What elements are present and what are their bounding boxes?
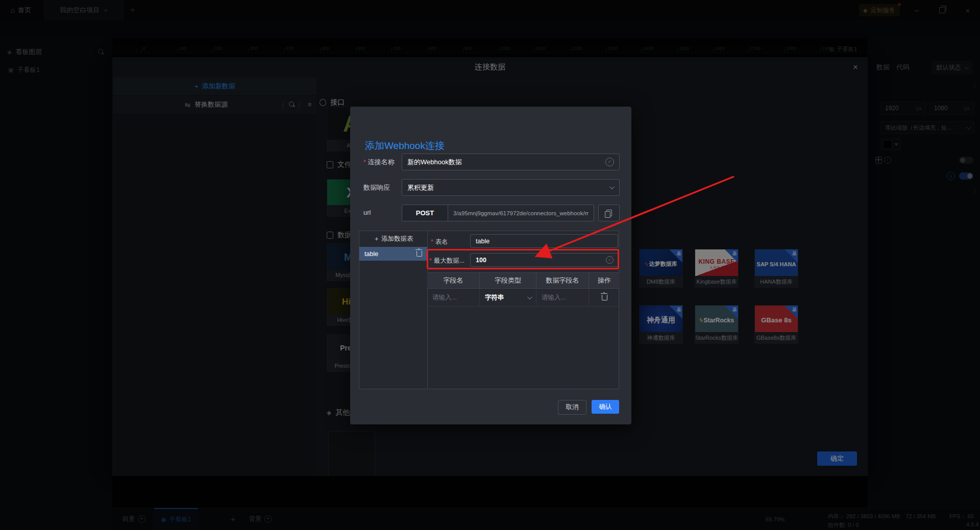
connection-name-input[interactable]: 新的Webhook数据 ✓ bbox=[402, 154, 620, 170]
field-type-value: 字符串 bbox=[485, 293, 504, 302]
table-item-label: table bbox=[364, 250, 378, 258]
field-type-select[interactable]: 字符串 bbox=[480, 289, 536, 306]
col-actions: 操作 bbox=[589, 273, 620, 288]
http-method-box: POST bbox=[402, 205, 448, 221]
data-field-input[interactable]: 请输入... bbox=[536, 289, 589, 306]
data-response-value: 累积更新 bbox=[407, 183, 434, 192]
copy-url-button[interactable] bbox=[598, 205, 620, 221]
annotation-highlight-box bbox=[427, 249, 619, 269]
url-label: url bbox=[363, 209, 371, 216]
table-name-value: table bbox=[476, 238, 489, 245]
field-table-row: 请输入... 字符串 请输入... bbox=[427, 289, 620, 307]
name-label: 连接名称 bbox=[363, 158, 395, 167]
add-table-label: 添加数据表 bbox=[381, 235, 413, 243]
field-table-header: 字段名 字段类型 数据字段名 操作 bbox=[427, 272, 620, 289]
table-list-item-selected[interactable]: table bbox=[359, 247, 427, 261]
plus-icon: ＋ bbox=[374, 235, 380, 243]
valid-check-icon: ✓ bbox=[605, 158, 614, 166]
chevron-down-icon bbox=[527, 294, 532, 299]
connection-name-value: 新的Webhook数据 bbox=[407, 158, 462, 167]
delete-row-icon[interactable] bbox=[602, 295, 607, 300]
webhook-url-box[interactable]: 3/a95mnj9ggmav/617972de/connectors_webho… bbox=[448, 205, 594, 221]
copy-icon bbox=[606, 210, 612, 216]
dialog-title: 添加Webhook连接 bbox=[365, 139, 445, 153]
col-field-type: 字段类型 bbox=[480, 273, 536, 288]
chevron-down-icon bbox=[609, 184, 615, 189]
response-label: 数据响应 bbox=[363, 183, 390, 192]
col-field-name: 字段名 bbox=[427, 273, 480, 288]
delete-table-icon[interactable] bbox=[416, 251, 422, 257]
table-name-label: 表名 bbox=[431, 238, 448, 246]
add-table-button[interactable]: ＋添加数据表 bbox=[359, 231, 427, 247]
row-actions bbox=[589, 289, 620, 306]
dialog-confirm-button[interactable]: 确认 bbox=[592, 400, 619, 414]
dialog-cancel-button[interactable]: 取消 bbox=[558, 400, 586, 415]
col-data-field-name: 数据字段名 bbox=[536, 273, 589, 288]
webhook-url-value: 3/a95mnj9ggmav/617972de/connectors_webho… bbox=[453, 210, 589, 216]
field-name-input[interactable]: 请输入... bbox=[427, 289, 480, 306]
table-list-panel: ＋添加数据表 table bbox=[359, 231, 428, 389]
app-window: ⌂ 首页 我的空白项目 × + ◆ 定制服务 − × 项目 数据 操作 bbox=[0, 0, 980, 530]
data-response-select[interactable]: 累积更新 bbox=[402, 179, 620, 196]
http-method-value: POST bbox=[416, 209, 434, 217]
table-name-input[interactable]: table bbox=[470, 234, 618, 248]
